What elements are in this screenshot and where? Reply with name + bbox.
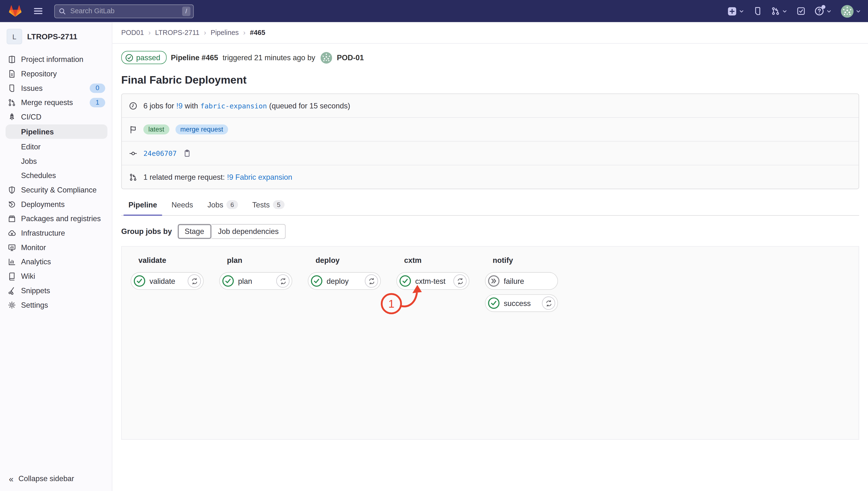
tab-needs[interactable]: Needs — [164, 195, 200, 215]
commit-row: 24e06707 — [122, 141, 859, 165]
group-by-stage-button[interactable]: Stage — [178, 224, 212, 239]
group-by-dependencies-button[interactable]: Job dependencies — [212, 224, 286, 239]
copy-commit-button[interactable] — [183, 149, 192, 158]
job-cxtm-test[interactable]: cxtm-test — [397, 272, 469, 290]
rocket-icon — [8, 113, 16, 121]
notification-dot — [821, 5, 825, 9]
retry-icon — [545, 299, 552, 307]
menu-toggle-button[interactable] — [32, 5, 44, 17]
collapse-sidebar-button[interactable]: « Collapse sidebar — [0, 466, 112, 491]
project-information-icon — [8, 55, 16, 63]
mr-ref-link[interactable]: !9 — [176, 102, 183, 110]
stage-column-plan: plan plan — [219, 256, 308, 439]
search-shortcut-key: / — [182, 6, 190, 16]
jobs-count-badge: 6 — [227, 200, 238, 209]
project-name: LTROPS-2711 — [27, 32, 77, 41]
triggerer-avatar[interactable] — [321, 52, 332, 63]
sidebar-item-packages-registries[interactable]: Packages and registries — [0, 211, 112, 226]
status-badge[interactable]: passed — [121, 51, 166, 64]
merge-request-icon — [771, 7, 780, 16]
job-plan[interactable]: plan — [219, 272, 292, 290]
retry-job-button[interactable] — [276, 275, 290, 288]
search-input[interactable] — [69, 7, 179, 16]
related-mr-link[interactable]: !9 Fabric expansion — [227, 173, 293, 181]
gitlab-logo-icon[interactable] — [9, 5, 22, 17]
sidebar-item-snippets[interactable]: Snippets — [0, 283, 112, 298]
retry-job-button[interactable] — [188, 275, 201, 288]
triggered-text: triggered 21 minutes ago by — [222, 54, 315, 62]
new-menu-button[interactable] — [727, 6, 744, 16]
latest-badge[interactable]: latest — [143, 124, 169, 135]
group-jobs-label: Group jobs by — [121, 227, 172, 236]
global-search[interactable]: / — [54, 4, 194, 18]
breadcrumb-pipeline-id: #465 — [250, 29, 265, 36]
breadcrumb: POD01 › LTROPS-2711 › Pipelines › #465 — [112, 22, 868, 44]
sidebar-item-issues[interactable]: Issues 0 — [0, 81, 112, 95]
page-title: Final Fabric Deployment — [121, 74, 859, 86]
job-deploy[interactable]: deploy — [308, 272, 381, 290]
issues-icon — [754, 7, 762, 16]
commit-sha-link[interactable]: 24e06707 — [143, 149, 177, 157]
job-failure[interactable]: failure — [485, 272, 558, 290]
sidebar-item-security-compliance[interactable]: Security & Compliance — [0, 183, 112, 197]
retry-icon — [368, 277, 375, 285]
sidebar-item-merge-requests[interactable]: Merge requests 1 — [0, 95, 112, 110]
sidebar-subitem-jobs[interactable]: Jobs — [0, 154, 112, 168]
jobs-count-text: 6 jobs for — [143, 102, 174, 110]
triggerer-name[interactable]: POD-01 — [337, 54, 364, 62]
issues-nav-button[interactable] — [754, 7, 762, 16]
status-success-icon — [310, 275, 323, 287]
sidebar-item-cicd[interactable]: CI/CD — [0, 110, 112, 124]
user-menu-button[interactable] — [841, 5, 861, 18]
monitor-icon — [8, 243, 16, 251]
status-success-icon — [133, 275, 146, 287]
chevron-down-icon — [738, 8, 744, 14]
merge-requests-count-badge: 1 — [90, 97, 105, 107]
breadcrumb-project[interactable]: LTROPS-2711 — [155, 29, 199, 36]
sidebar-item-repository[interactable]: Repository — [0, 66, 112, 81]
chart-icon — [8, 258, 16, 266]
job-success[interactable]: success — [485, 294, 558, 312]
search-icon — [59, 7, 66, 15]
retry-job-button[interactable] — [453, 275, 466, 288]
sidebar-item-deployments[interactable]: Deployments — [0, 197, 112, 211]
retry-icon — [456, 277, 464, 285]
breadcrumb-group[interactable]: POD01 — [121, 29, 144, 36]
sidebar-project-header[interactable]: L LTROPS-2711 — [0, 22, 112, 50]
retry-icon — [279, 277, 287, 285]
sidebar-item-settings[interactable]: Settings — [0, 297, 112, 312]
help-menu-button[interactable] — [814, 6, 832, 16]
job-validate[interactable]: validate — [131, 272, 204, 290]
related-mr-text: 1 related merge request: — [143, 173, 225, 181]
sidebar-item-project-information[interactable]: Project information — [0, 52, 112, 66]
sidebar-subitem-editor[interactable]: Editor — [0, 140, 112, 154]
tab-tests[interactable]: Tests 5 — [245, 195, 292, 215]
issues-count-badge: 0 — [90, 83, 105, 93]
sidebar-item-analytics[interactable]: Analytics — [0, 254, 112, 269]
tab-pipeline[interactable]: Pipeline — [121, 195, 164, 215]
retry-job-button[interactable] — [542, 296, 555, 310]
merge-request-badge[interactable]: merge request — [175, 124, 228, 135]
commit-icon — [129, 149, 137, 157]
sidebar-subitem-pipelines[interactable]: Pipelines — [5, 124, 107, 139]
top-navbar: / — [0, 0, 868, 22]
todo-check-square-icon — [797, 7, 806, 16]
sidebar-item-wiki[interactable]: Wiki — [0, 269, 112, 283]
clock-icon — [129, 102, 137, 110]
breadcrumb-pipelines[interactable]: Pipelines — [211, 29, 239, 36]
project-sidebar: L LTROPS-2711 Project information Reposi… — [0, 22, 112, 491]
shield-icon — [8, 185, 16, 194]
merge-request-icon — [8, 98, 16, 107]
sidebar-item-monitor[interactable]: Monitor — [0, 240, 112, 254]
retry-job-button[interactable] — [365, 275, 378, 288]
tab-jobs[interactable]: Jobs 6 — [200, 195, 245, 215]
branch-link[interactable]: fabric-expansion — [200, 102, 267, 110]
stage-column-validate: validate validate — [131, 256, 219, 439]
sidebar-subitem-schedules[interactable]: Schedules — [0, 168, 112, 183]
sidebar-item-infrastructure[interactable]: Infrastructure — [0, 226, 112, 240]
merge-requests-nav-button[interactable] — [771, 7, 788, 16]
check-circle-icon — [125, 54, 133, 62]
pipeline-tabs: Pipeline Needs Jobs 6 Tests 5 — [121, 195, 859, 215]
hamburger-icon — [33, 6, 43, 16]
todos-nav-button[interactable] — [797, 7, 806, 16]
